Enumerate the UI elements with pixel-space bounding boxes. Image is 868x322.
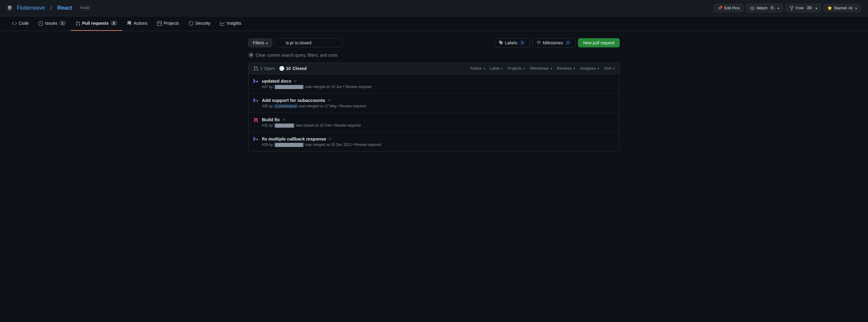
reviews-filter[interactable]: Reviews (557, 66, 575, 70)
pr-list: 2 Open 10 Closed Author Label (248, 63, 620, 151)
closed-count[interactable]: 10 Closed (279, 66, 307, 71)
reviews-chevron (573, 66, 575, 70)
milestones-chevron (550, 66, 552, 70)
pull-requests-count: 2 (111, 21, 118, 26)
fork-icon (789, 5, 794, 10)
open-count-label: Open (264, 66, 275, 71)
pr-32-title[interactable]: Build fix (262, 117, 280, 122)
search-wrapper (275, 38, 492, 47)
closed-count-label: Closed (293, 66, 307, 71)
tab-code[interactable]: Code (7, 16, 33, 31)
open-count[interactable]: 2 Open (253, 66, 275, 71)
pr-35-author: Cynthiailojeme (274, 104, 298, 108)
pr-item-29: fix multiple callback response ✓ #29 by … (249, 132, 619, 151)
nav-tabs: Code Issues 1 Pull requests 2 Actions (0, 16, 868, 31)
visibility-badge: Public (77, 5, 93, 11)
pr-29-meta: #29 by ████████████ was merged on 20 Dec… (262, 143, 615, 147)
pr-29-title[interactable]: fix multiple callback response (262, 136, 326, 141)
pr-item-32: Build fix ✓ #32 by ████████ was closed o… (249, 113, 619, 132)
projects-filter-label: Projects (507, 66, 522, 70)
pr-item-37: updated docs ✓ #37 by ████████████ was m… (249, 74, 619, 93)
open-count-number: 2 (260, 66, 262, 71)
assignee-filter[interactable]: Assignee (580, 66, 599, 70)
code-icon (12, 21, 17, 26)
milestones-filter[interactable]: Milestones (530, 66, 552, 70)
tab-actions[interactable]: Actions (122, 16, 152, 31)
watch-button[interactable]: Watch 5 (746, 4, 783, 12)
tab-issues[interactable]: Issues 1 (33, 16, 70, 31)
pin-icon: 📌 (718, 6, 722, 10)
labels-button[interactable]: Labels 9 (494, 38, 530, 48)
projects-filter[interactable]: Projects (507, 66, 525, 70)
tab-pull-requests[interactable]: Pull requests 2 (71, 16, 122, 31)
pr-32-info: Build fix ✓ #32 by ████████ was closed o… (262, 117, 615, 127)
tab-pull-requests-label: Pull requests (82, 21, 109, 26)
sort-label: Sort (604, 66, 611, 70)
fork-button[interactable]: Fork 20 (785, 4, 821, 12)
projects-chevron (523, 66, 525, 70)
milestones-button[interactable]: Milestones 0 (532, 38, 576, 48)
watch-chevron (777, 6, 779, 10)
pr-list-header: 2 Open 10 Closed Author Label (249, 63, 619, 74)
repo-owner-link[interactable]: Flutterwave (17, 5, 45, 11)
top-bar: Flutterwave / React Public 📌 Edit Pins W… (0, 0, 868, 16)
actions-icon (127, 21, 132, 26)
clear-row: ✕ Clear current search query, filters, a… (248, 53, 620, 58)
main-content: Filters Labels 9 (241, 31, 627, 158)
pr-29-info: fix multiple callback response ✓ #29 by … (262, 136, 615, 147)
issues-count: 1 (59, 21, 66, 26)
pr-35-meta: #35 by Cynthiailojeme was merged on 17 M… (262, 104, 615, 108)
pr-35-info: Add support for subaccounts ✓ #35 by Cyn… (262, 98, 615, 108)
edit-pins-button[interactable]: 📌 Edit Pins (714, 4, 744, 12)
label-filter-label: Label (490, 66, 500, 70)
author-chevron (483, 66, 485, 70)
closed-icon-32 (253, 118, 258, 124)
pr-29-author: ████████████ (274, 143, 304, 147)
sort-button[interactable]: Sort (604, 66, 615, 70)
tab-security[interactable]: Security (184, 16, 216, 31)
repo-type-icon (7, 5, 12, 10)
starred-button[interactable]: ⭐ Starred 41 (824, 4, 861, 12)
tab-code-label: Code (19, 21, 29, 26)
repo-separator: / (50, 5, 52, 11)
pr-37-meta: #37 by ████████████ was merged on 15 Jun… (262, 85, 615, 89)
eye-icon (750, 5, 755, 10)
clear-x-icon: ✕ (248, 53, 254, 58)
insights-icon (220, 21, 225, 26)
label-filter[interactable]: Label (490, 66, 503, 70)
tab-insights[interactable]: Insights (215, 16, 246, 31)
assignee-filter-label: Assignee (580, 66, 596, 70)
pr-37-check: ✓ (294, 78, 298, 83)
pr-35-check: ✓ (328, 98, 331, 103)
filter-bar: Filters Labels 9 (248, 38, 620, 48)
author-filter[interactable]: Author (470, 66, 485, 70)
search-input[interactable] (275, 38, 342, 47)
assignee-chevron (597, 66, 599, 70)
pull-requests-icon (76, 21, 81, 26)
pr-32-check: ✓ (282, 117, 286, 122)
pr-37-title[interactable]: updated docs (262, 78, 291, 84)
filters-button[interactable]: Filters (248, 38, 272, 47)
pr-list-header-right: Author Label Projects Milestones Reviews (470, 66, 615, 70)
top-bar-actions: 📌 Edit Pins Watch 5 Fork 20 ⭐ (714, 4, 861, 12)
issues-icon (38, 21, 43, 26)
tab-projects-label: Projects (164, 21, 179, 26)
pr-list-header-left: 2 Open 10 Closed (253, 66, 307, 71)
tag-icon (499, 40, 503, 46)
pr-29-title-row: fix multiple callback response ✓ (262, 136, 615, 141)
clear-filters-button[interactable]: ✕ Clear current search query, filters, a… (248, 53, 337, 58)
pr-item-35: Add support for subaccounts ✓ #35 by Cyn… (249, 93, 619, 113)
fork-chevron (815, 6, 817, 10)
pr-35-title[interactable]: Add support for subaccounts (262, 98, 325, 103)
new-pull-request-button[interactable]: New pull request (578, 38, 620, 47)
pr-29-check: ✓ (329, 136, 332, 141)
pr-37-title-row: updated docs ✓ (262, 78, 615, 84)
sort-chevron (613, 66, 615, 70)
projects-icon (157, 21, 162, 26)
star-icon: ⭐ (827, 6, 832, 10)
label-chevron (501, 66, 503, 70)
repo-name-link[interactable]: React (57, 5, 72, 11)
tab-issues-label: Issues (45, 21, 57, 26)
author-filter-label: Author (470, 66, 482, 70)
tab-projects[interactable]: Projects (152, 16, 184, 31)
